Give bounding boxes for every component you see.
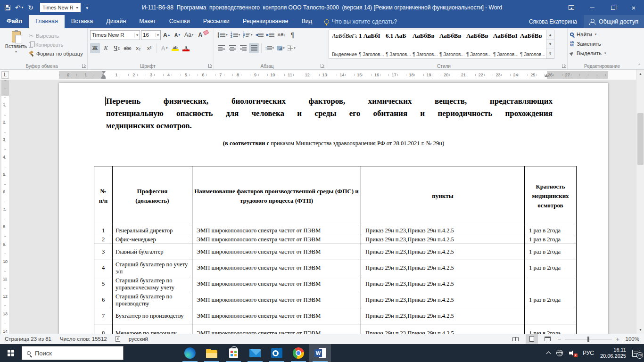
styles-more-button[interactable]: ⊽ [546, 49, 554, 58]
underline-button[interactable]: Ч▾ [112, 43, 122, 53]
account-name[interactable]: Сякова Екатерина [522, 15, 584, 28]
table-cell[interactable]: Приказ 29н п.23,Приказ 29н п.4.2.5 [361, 235, 525, 244]
strikethrough-button[interactable]: abc [123, 43, 132, 53]
table-cell[interactable]: ЭМП широкополосного спектра частот от ПЭ… [192, 244, 361, 260]
table-header-cell[interactable]: пункты [361, 166, 525, 226]
font-size-combo[interactable]: 16▾ [141, 30, 161, 40]
zoom-in-button[interactable]: + [616, 336, 619, 343]
cut-button[interactable]: ✂Вырезать [28, 32, 84, 40]
qat-font-combo[interactable]: Times New R▾ [40, 3, 81, 12]
decrease-indent-button[interactable]: ◀ [255, 30, 264, 40]
styles-dialog-launcher[interactable] [562, 64, 566, 68]
proofing-status[interactable]: ✗ [116, 336, 120, 342]
superscript-button[interactable]: x² [144, 43, 154, 53]
collapse-ribbon-button[interactable]: ⌃ [637, 63, 641, 68]
document-heading[interactable]: Перечень физических, биологических факто… [106, 95, 553, 132]
zoom-out-button[interactable]: − [558, 336, 561, 343]
table-cell[interactable]: ЭМП широкополосного спектра частот от ПЭ… [192, 308, 361, 324]
language-indicator[interactable]: русский [129, 336, 148, 342]
style-item-7[interactable]: АаБбВв¶ Заголов... [520, 32, 545, 58]
paste-button[interactable]: Вставить ▾ [4, 30, 28, 62]
copy-button[interactable]: Копировать [28, 41, 84, 49]
share-button[interactable]: Общий доступ [584, 15, 644, 28]
hidden-icons-chevron-icon[interactable] [546, 352, 551, 356]
table-cell[interactable]: 1 раз в 2года [525, 226, 577, 235]
table-cell[interactable]: ЭМП широкополосного спектра частот от ПЭ… [192, 276, 361, 292]
bullets-button[interactable]: ●●●▾ [216, 30, 229, 40]
show-marks-button[interactable]: ¶ [288, 30, 297, 40]
table-cell[interactable]: Приказ 29н п.23,Приказ 29н п.4.2.5 [361, 308, 525, 324]
zoom-slider[interactable] [565, 339, 612, 339]
action-center-icon[interactable]: 20 [632, 350, 640, 357]
document-page[interactable]: Перечень физических, биологических факто… [59, 83, 608, 334]
table-cell[interactable]: Приказ 29н п.23,Приказ 29н п.4.2.5 [361, 276, 525, 292]
tab-Вид[interactable]: Вид [295, 15, 319, 28]
table-cell[interactable]: Бухгалтер по производству [113, 308, 192, 324]
ribbon-display-options-button[interactable]: ▴ [561, 0, 582, 15]
save-button[interactable] [5, 5, 10, 10]
table-cell[interactable]: 5 [94, 276, 113, 292]
table-header-cell[interactable]: № п/п [94, 166, 113, 226]
table-cell[interactable]: Старший бухгалтер по учету з/п [113, 260, 192, 276]
replace-button[interactable]: abacЗаменить [570, 40, 634, 48]
table-cell[interactable]: 1 раз в 2года [525, 324, 577, 334]
undo-button[interactable]: ↶▾ [15, 4, 23, 11]
table-cell[interactable] [525, 276, 577, 292]
style-item-0[interactable]: АаБбВвГгВыделение [332, 32, 357, 58]
left-indent-marker[interactable] [101, 77, 106, 79]
style-item-1[interactable]: 1 АаБбІ¶ Заголов... [359, 32, 384, 58]
table-cell[interactable] [525, 308, 577, 324]
styles-scroll-down-button[interactable]: ▼ [546, 40, 554, 49]
table-cell[interactable]: Приказ 29н п.23,Приказ 29н п.4.2.5 [361, 226, 525, 235]
tab-stop-selector[interactable]: L [1, 71, 9, 79]
borders-button[interactable]: ▾ [287, 43, 297, 53]
redo-button[interactable]: ↻ [28, 4, 33, 11]
bold-button[interactable]: Ж [90, 43, 100, 53]
sort-button[interactable]: АЯ↓ [276, 30, 286, 40]
table-cell[interactable]: Генеральный директор [113, 226, 192, 235]
scrollbar-thumb[interactable] [637, 113, 644, 165]
text-effects-button[interactable]: А▾ [159, 43, 169, 53]
line-spacing-button[interactable]: ↕▾ [264, 43, 275, 53]
minimize-button[interactable] [582, 0, 603, 15]
table-cell[interactable]: Менеджер по персоналу [113, 324, 192, 334]
align-left-button[interactable] [216, 43, 226, 53]
select-button[interactable]: Выделить▾ [570, 49, 634, 58]
align-center-button[interactable] [227, 43, 237, 53]
document-table[interactable]: № п/пПрофессия (должность)Наименование ф… [94, 166, 577, 334]
table-cell[interactable]: 4 [94, 260, 113, 276]
hanging-indent-marker[interactable] [102, 72, 106, 77]
tab-Вставка[interactable]: Вставка [65, 15, 99, 28]
style-item-6[interactable]: АаБбВвІ¶ Заголов... [493, 32, 518, 58]
taskbar-app-store[interactable] [223, 344, 244, 362]
scroll-up-button[interactable]: ▲ [636, 70, 644, 78]
table-cell[interactable]: ЭМП широкополосного спектра частот от ПЭ… [192, 324, 361, 334]
table-cell[interactable]: Старший бухгалтер по производству [113, 292, 192, 308]
restore-button[interactable] [603, 0, 623, 15]
table-cell[interactable]: Приказ 29н п.23,Приказ 29н п.4.2.5 [361, 324, 525, 334]
tab-Рассылки[interactable]: Рассылки [197, 15, 236, 28]
table-cell[interactable]: Приказ 29н п.23,Приказ 29н п.4.2.5 [361, 260, 525, 276]
customize-qat-button[interactable]: ▾ [86, 5, 89, 10]
word-count[interactable]: Число слов: 15512 [60, 336, 107, 342]
font-color-button[interactable]: А [181, 43, 191, 53]
close-button[interactable]: × [623, 0, 644, 15]
font-dialog-launcher[interactable] [208, 64, 212, 68]
tab-Макет[interactable]: Макет [132, 15, 162, 28]
vertical-scrollbar[interactable]: ▲ ▼ [636, 70, 644, 334]
grow-font-button[interactable]: А▲ [162, 30, 172, 40]
table-cell[interactable]: 7 [94, 308, 113, 324]
table-cell[interactable]: Приказ 29н п.23,Приказ 29н п.4.2.5 [361, 292, 525, 308]
style-item-4[interactable]: АаБбВв¶ Заголов... [439, 32, 464, 58]
table-cell[interactable]: ЭМП широкополосного спектра частот от ПЭ… [192, 260, 361, 276]
tell-me-box[interactable]: Что вы хотите сделать? [319, 15, 403, 28]
clock[interactable]: 16:1120.06.2025 [600, 347, 626, 359]
zoom-slider-thumb[interactable] [587, 337, 589, 342]
table-cell[interactable]: ЭМП широкополосного спектра частот от ПЭ… [192, 226, 361, 235]
justify-button[interactable] [249, 43, 259, 53]
table-cell[interactable]: 1 раз в 2года [525, 235, 577, 244]
clear-formatting-button[interactable]: А [195, 30, 205, 40]
multilevel-list-button[interactable]: 1ai▾ [242, 30, 253, 40]
taskbar-app-task-view[interactable] [157, 344, 179, 362]
read-mode-button[interactable] [510, 334, 522, 344]
